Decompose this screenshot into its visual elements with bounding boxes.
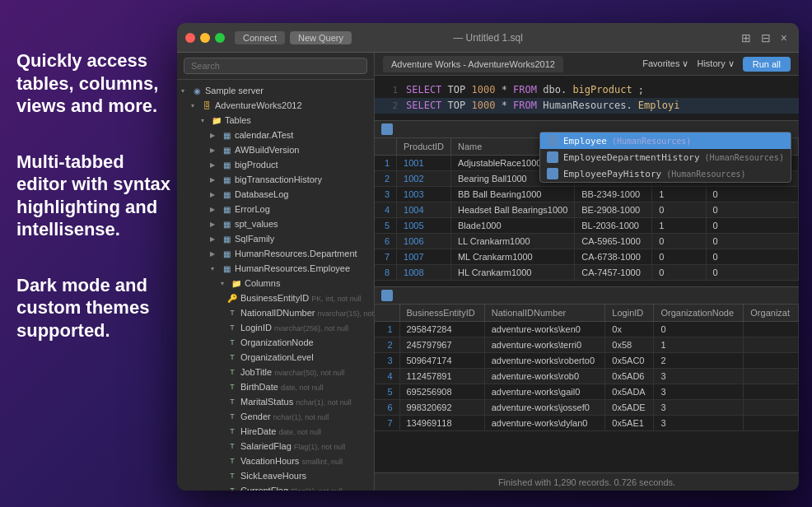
close-button[interactable]	[185, 33, 195, 43]
sidebar-search-container	[177, 53, 374, 80]
col-name-7: MaritalStatus nchar(1), not null	[240, 397, 374, 407]
chevron-down-icon: ▾	[187, 100, 198, 111]
table-name-5: ErrorLog	[235, 204, 374, 214]
ac-item-1[interactable]: EmployeeDepartmentHistory (HumanResource…	[540, 149, 791, 165]
query-line-2: 2 SELECT TOP 1000 * FROM HumanResources.…	[375, 98, 799, 114]
maximize-button[interactable]	[215, 33, 225, 43]
table-name-0: calendar.ATest	[235, 130, 374, 140]
col-item-5[interactable]: T JobTitle nvarchar(50), not null	[177, 365, 374, 379]
new-query-button[interactable]: New Query	[290, 31, 352, 44]
column-icon: T	[226, 440, 238, 452]
col-item-0[interactable]: 🔑 BusinessEntityID PK, int, not null	[177, 291, 374, 305]
app-window: Connect New Query — Untitled 1.sql ⊞ ⊟ ×…	[177, 23, 799, 491]
query-tab[interactable]: Adventure Works - AdventureWorks2012	[383, 56, 563, 72]
col-name-13: CurrentFlag Flag(1), not null	[240, 486, 374, 491]
table-item-7[interactable]: ▶ ▦ SqlFamily	[177, 231, 374, 246]
favorites-button[interactable]: Favorites ∨	[642, 58, 688, 69]
column-icon: T	[226, 337, 238, 348]
table-name-7: SqlFamily	[235, 234, 374, 244]
chevron-right-icon: ▶	[207, 188, 218, 200]
db-folder-icon: 🗄	[201, 100, 212, 111]
col-name-0: BusinessEntityID PK, int, not null	[240, 293, 374, 303]
columns-folder[interactable]: ▾ 📁 Columns	[177, 276, 374, 291]
refresh-icon	[381, 123, 393, 135]
table-icon: ▦	[221, 233, 232, 244]
col-item-birthdate[interactable]: T BirthDate date, not null	[177, 379, 374, 394]
minimize-button[interactable]	[200, 33, 210, 43]
col-header-lid: LoginID	[605, 305, 654, 322]
history-button[interactable]: History ∨	[697, 58, 734, 69]
col-item-13[interactable]: T CurrentFlag Flag(1), not null	[177, 483, 374, 491]
table-item-2[interactable]: ▶ ▦ bigProduct	[177, 157, 374, 172]
col-item-8[interactable]: T Gender nchar(1), not null	[177, 409, 374, 424]
col-item-7[interactable]: T MaritalStatus nchar(1), not null	[177, 394, 374, 409]
col-name-4: OrganizationLevel	[240, 352, 374, 362]
col-item-2[interactable]: T LoginID nvarchar(256), not null	[177, 320, 374, 335]
table-item-8[interactable]: ▶ ▦ HumanResources.Department	[177, 246, 374, 261]
search-input[interactable]	[184, 58, 367, 74]
col-item-9[interactable]: T HireDate date, not null	[177, 424, 374, 439]
lower-table-header-row: BusinessEntityID NationalIDNumber LoginI…	[375, 305, 799, 322]
col-header-rownum	[375, 138, 397, 156]
table-row: 5 695256908 adventure-works\gail0 0x5ADA…	[375, 384, 799, 400]
chevron-right-icon: ▶	[207, 203, 218, 215]
split-view-icon[interactable]: ⊞	[738, 30, 754, 46]
server-item[interactable]: ▾ ◉ Sample server	[177, 83, 374, 98]
chevron-right-icon: ▶	[207, 233, 218, 244]
table-item-0[interactable]: ▶ ▦ calendar.ATest	[177, 128, 374, 142]
run-all-button[interactable]: Run all	[743, 57, 791, 72]
table-icon: ▦	[221, 174, 232, 185]
table-icon: ▦	[221, 218, 232, 230]
column-icon: T	[226, 485, 238, 491]
col-header-beid: BusinessEntityID	[399, 305, 484, 322]
ac-item-0[interactable]: Employee (HumanResources)	[540, 133, 791, 149]
server-icon: ◉	[191, 85, 203, 96]
table-row: 4 112457891 adventure-works\rob0 0x5AD6 …	[375, 369, 799, 384]
table-row: 6 998320692 adventure-works\jossef0 0x5A…	[375, 400, 799, 416]
connect-button[interactable]: Connect	[235, 31, 285, 44]
settings-icon[interactable]: ×	[777, 30, 791, 46]
server-label: Sample server	[205, 86, 374, 95]
col-item-11[interactable]: T VacationHours smallint, null	[177, 454, 374, 468]
db-item[interactable]: ▾ 🗄 AdventureWorks2012	[177, 98, 374, 113]
col-item-3[interactable]: T OrganizationNode	[177, 335, 374, 350]
tables-folder-icon: 📁	[211, 114, 222, 126]
query-editor-area: 1 SELECT TOP 1000 * FROM dbo. bigProduct…	[375, 76, 799, 121]
lower-result-table: BusinessEntityID NationalIDNumber LoginI…	[375, 305, 799, 431]
table-item-5[interactable]: ▶ ▦ ErrorLog	[177, 202, 374, 216]
col-header-org: OrganizationNode	[654, 305, 744, 322]
table-row: 5 1005 Blade1000 BL-2036-1000 1 0	[375, 218, 799, 234]
column-icon: T	[226, 381, 238, 393]
table-item-3[interactable]: ▶ ▦ bigTransactionHistory	[177, 172, 374, 187]
col-item-1[interactable]: T NationalIDNumber nvarchar(15), not nul…	[177, 305, 374, 320]
col-item-12[interactable]: T SickLeaveHours	[177, 468, 374, 483]
ac-sub-2: (HumanResources)	[666, 170, 745, 179]
fullscreen-icon[interactable]: ⊟	[758, 30, 774, 46]
feature-block-1: Quickly access tables, columns, views an…	[16, 49, 177, 118]
table-row: 6 1006 LL Crankarm1000 CA-5965-1000 0 0	[375, 234, 799, 249]
table-item-6[interactable]: ▶ ▦ spt_values	[177, 216, 374, 231]
table-row: 4 1004 Headset Ball Bearings1000 BE-2908…	[375, 202, 799, 218]
table-icon: ▦	[221, 144, 232, 156]
table-row: 3 509647174 adventure-works\roberto0 0x5…	[375, 353, 799, 369]
refresh-icon-2	[381, 290, 393, 301]
col-item-4[interactable]: T OrganizationLevel	[177, 350, 374, 365]
chevron-down-icon: ▾	[207, 263, 218, 274]
col-name-11: VacationHours smallint, null	[240, 456, 374, 466]
tables-folder[interactable]: ▾ 📁 Tables	[177, 113, 374, 128]
ac-item-2[interactable]: EmployeePayHistory (HumanResources)	[540, 165, 791, 182]
col-name-12: SickLeaveHours	[240, 471, 374, 481]
chevron-down-icon: ▾	[217, 277, 228, 289]
table-icon	[547, 151, 558, 163]
table-item-4[interactable]: ▶ ▦ DatabaseLog	[177, 187, 374, 202]
col-item-10[interactable]: T SalariedFlag Flag(1), not null	[177, 439, 374, 454]
table-item-1[interactable]: ▶ ▦ AWBuildVersion	[177, 142, 374, 157]
col-name-9: HireDate date, not null	[240, 426, 374, 436]
columns-folder-icon: 📁	[231, 277, 242, 289]
table-icon	[547, 168, 558, 179]
feature-text-1: Quickly access tables, columns, views an…	[16, 49, 177, 118]
table-item-employee[interactable]: ▾ ▦ HumanResources.Employee	[177, 261, 374, 276]
query-editor[interactable]: 1 SELECT TOP 1000 * FROM dbo. bigProduct…	[375, 76, 799, 120]
autocomplete-dropdown[interactable]: Employee (HumanResources) EmployeeDepart…	[539, 132, 791, 183]
traffic-lights	[185, 33, 225, 43]
